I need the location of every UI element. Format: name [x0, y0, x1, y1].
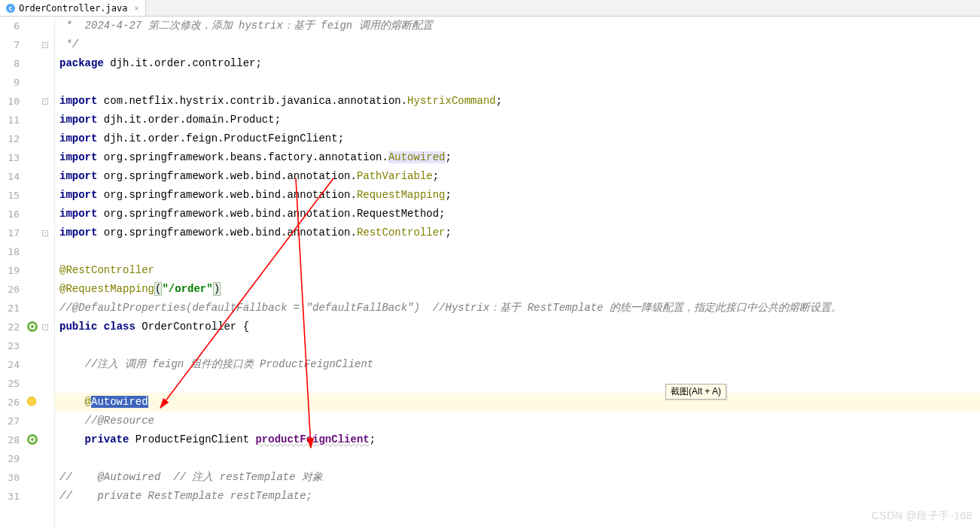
code-text: org.springframework.web.bind.annotation. [97, 170, 356, 182]
keyword: private [85, 433, 129, 445]
keyword: import [59, 95, 97, 107]
line-number: 21 [0, 299, 20, 318]
code-text: ; [446, 151, 452, 163]
code-text: ; [446, 189, 452, 201]
icon-gutter [26, 17, 41, 529]
code-text: djh.it.order.domain.Product; [97, 114, 281, 126]
line-number: 23 [0, 336, 20, 355]
line-number: 26 [0, 393, 20, 412]
tab-bar: c OrderController.java ✕ [0, 0, 980, 17]
line-number: 27 [0, 412, 20, 430]
keyword: class [104, 321, 135, 333]
code-text: ; [433, 170, 439, 182]
comment: * 2024-4-27 第二次修改，添加 hystrix：基于 feign 调用… [59, 20, 433, 32]
comment: //注入 调用 feign 组件的接口类 ProductFeignClient [59, 358, 373, 370]
watermark: CSDN @段子手-168 [872, 509, 972, 523]
fold-end-icon[interactable]: - [42, 42, 48, 48]
line-number: 20 [0, 280, 20, 299]
line-number: 13 [0, 148, 20, 167]
line-number: 25 [0, 374, 20, 393]
comment: // @Autowired // 注入 restTemplate 对象 [59, 471, 323, 483]
line-number: 18 [0, 242, 20, 261]
code-text: djh.it.order.controller; [104, 57, 262, 69]
line-number: 29 [0, 449, 20, 468]
comment: //@Resource [59, 415, 154, 427]
line-number: 16 [0, 205, 20, 223]
keyword: import [59, 170, 97, 182]
line-number: 12 [0, 129, 20, 148]
comment: //@DefaultProperties(defaultFallback = "… [59, 302, 842, 314]
keyword: import [59, 226, 97, 239]
close-tab-icon[interactable]: ✕ [135, 4, 139, 12]
keyword: import [59, 151, 97, 163]
line-number: 30 [0, 468, 20, 487]
line-number: 7 [0, 35, 20, 54]
code-text: org.springframework.web.bind.annotation. [97, 189, 356, 201]
keyword: package [59, 57, 104, 69]
line-number: 6 [0, 17, 20, 35]
code-text: ; [496, 95, 502, 107]
fold-start-icon[interactable]: - [42, 99, 48, 105]
comment: */ [59, 38, 78, 50]
indent [59, 396, 85, 408]
tab-filename: OrderController.java [19, 3, 128, 14]
classname-usage: Autowired [388, 151, 446, 163]
code-text: ; [446, 226, 452, 239]
line-number: 24 [0, 355, 20, 374]
fold-end-icon[interactable]: - [42, 230, 48, 236]
java-class-icon: c [6, 4, 15, 13]
field-name: productFeignClient [255, 433, 369, 445]
comment: // private RestTemplate restTemplate; [59, 490, 312, 502]
spring-bean-icon[interactable] [27, 321, 38, 332]
line-number: 9 [0, 73, 20, 92]
line-number: 31 [0, 487, 20, 506]
fold-gutter: - - - - [41, 17, 54, 529]
indent [59, 433, 85, 445]
editor: 6 7 8 9 10 11 12 13 14 15 16 17 18 19 20… [0, 17, 980, 529]
selected-text: Autowired [91, 396, 148, 408]
class-decl: OrderController { [135, 321, 249, 333]
keyword: import [59, 208, 97, 220]
classname: RequestMapping [357, 189, 446, 201]
keyword: public [59, 321, 97, 333]
code-text: ; [370, 433, 376, 445]
line-number: 11 [0, 111, 20, 129]
line-number: 10 [0, 92, 20, 111]
code-text: ProductFeignClient [129, 433, 255, 445]
spring-bean-icon[interactable] [27, 434, 38, 445]
keyword: import [59, 114, 97, 126]
line-number: 28 [0, 430, 20, 449]
classname: RequestMethod; [357, 208, 446, 220]
screenshot-tooltip: 截图(Alt + A) [665, 384, 726, 400]
annotation: @RequestMapping [59, 283, 154, 295]
line-number-gutter: 6 7 8 9 10 11 12 13 14 15 16 17 18 19 20… [0, 17, 26, 529]
classname: HystrixCommand [407, 95, 496, 107]
keyword: import [59, 189, 97, 201]
line-number: 17 [0, 223, 20, 242]
code-text: org.springframework.beans.factory.annota… [97, 151, 388, 163]
code-text: djh.it.order.feign.ProductFeignClient; [97, 132, 344, 144]
keyword: import [59, 132, 97, 144]
code-area[interactable]: * 2024-4-27 第二次修改，添加 hystrix：基于 feign 调用… [54, 17, 980, 529]
intention-bulb-icon[interactable] [27, 397, 36, 406]
code-text: org.springframework.web.bind.annotation. [97, 208, 356, 220]
code-text: com.netflix.hystrix.contrib.javanica.ann… [97, 95, 407, 107]
line-number: 14 [0, 167, 20, 186]
file-tab[interactable]: c OrderController.java ✕ [0, 0, 146, 16]
vertical-scrollbar[interactable] [971, 35, 978, 527]
line-number: 15 [0, 186, 20, 205]
line-number: 22 [0, 318, 20, 336]
line-number: 8 [0, 54, 20, 73]
classname: RestController [357, 226, 446, 239]
code-text: org.springframework.web.bind.annotation. [97, 226, 356, 239]
string-literal: "/order" [162, 283, 212, 295]
paren: ( [154, 282, 162, 296]
line-number: 19 [0, 261, 20, 280]
classname: PathVariable [357, 170, 433, 182]
annotation: @RestController [59, 264, 154, 276]
annotation-at: @ [85, 396, 91, 408]
fold-start-icon[interactable]: - [42, 324, 48, 330]
paren: ) [213, 282, 221, 296]
